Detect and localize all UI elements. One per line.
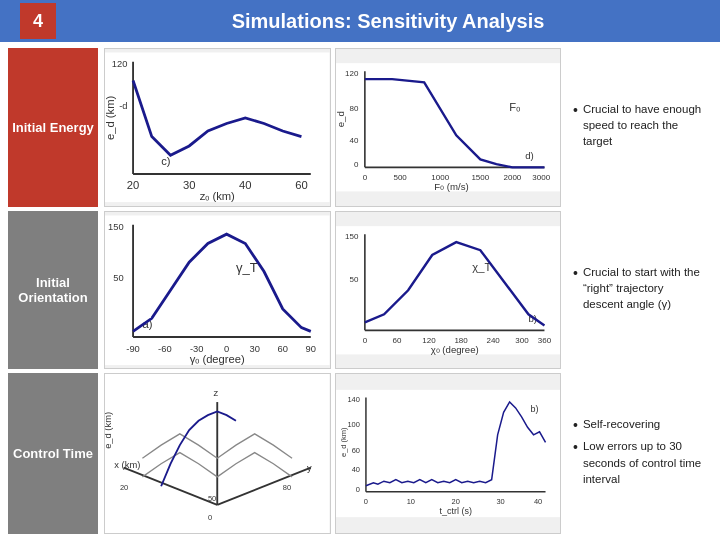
svg-text:150: 150 bbox=[345, 231, 359, 240]
chart-control-1: x (km) y z 20 80 0 50 e_d (km) bbox=[104, 373, 331, 534]
bullet-energy-1: • Crucial to have enough speed to reach … bbox=[573, 101, 706, 149]
svg-text:30: 30 bbox=[183, 179, 195, 191]
chart-orientation-2: 0 60 120 180 240 300 360 χ₀ (degree) 150… bbox=[335, 211, 562, 370]
charts-control-time: x (km) y z 20 80 0 50 e_d (km) bbox=[104, 373, 561, 534]
bullet-text-control-1: Self-recovering bbox=[583, 416, 706, 432]
svg-text:1500: 1500 bbox=[471, 173, 489, 182]
svg-text:60: 60 bbox=[295, 179, 307, 191]
svg-text:z: z bbox=[214, 388, 219, 398]
svg-text:d): d) bbox=[525, 150, 534, 161]
svg-text:80: 80 bbox=[283, 483, 291, 492]
slide-wrapper: 4 Simulations: Sensitivity Analysis Init… bbox=[0, 0, 720, 540]
svg-text:2000: 2000 bbox=[503, 173, 521, 182]
svg-text:30: 30 bbox=[249, 343, 259, 353]
svg-text:e_d (km): e_d (km) bbox=[105, 412, 113, 449]
charts-initial-orientation: -90 -60 -30 0 30 60 90 γ₀ (degree) 150 5… bbox=[104, 211, 561, 370]
bullet-dot-3: • bbox=[573, 416, 578, 434]
svg-text:χ₀ (degree): χ₀ (degree) bbox=[430, 343, 478, 354]
svg-text:0: 0 bbox=[362, 173, 367, 182]
svg-text:80: 80 bbox=[349, 104, 358, 113]
chart-orientation-1: -90 -60 -30 0 30 60 90 γ₀ (degree) 150 5… bbox=[104, 211, 331, 370]
label-initial-energy: Initial Energy bbox=[8, 48, 98, 207]
svg-text:10: 10 bbox=[406, 497, 414, 506]
svg-text:3000: 3000 bbox=[532, 173, 550, 182]
svg-text:50: 50 bbox=[113, 272, 123, 282]
svg-text:0: 0 bbox=[353, 160, 358, 169]
svg-text:t_ctrl (s): t_ctrl (s) bbox=[439, 506, 471, 516]
svg-text:0: 0 bbox=[208, 513, 212, 522]
svg-text:γ₀ (degree): γ₀ (degree) bbox=[190, 353, 245, 365]
row-control-time: Control Time x (km) y z bbox=[8, 373, 712, 534]
row-initial-energy: Initial Energy 20 30 40 60 z₀ (km) bbox=[8, 48, 712, 207]
svg-text:500: 500 bbox=[393, 173, 407, 182]
svg-text:b): b) bbox=[530, 404, 538, 414]
svg-text:150: 150 bbox=[108, 222, 124, 232]
svg-rect-71 bbox=[336, 390, 561, 517]
svg-text:140: 140 bbox=[347, 395, 359, 404]
bullet-orientation-1: • Crucial to start with the “right” traj… bbox=[573, 264, 706, 312]
svg-text:20: 20 bbox=[127, 179, 139, 191]
svg-text:30: 30 bbox=[496, 497, 504, 506]
svg-text:F₀ (m/s): F₀ (m/s) bbox=[434, 181, 468, 192]
svg-text:z₀ (km): z₀ (km) bbox=[200, 190, 235, 202]
svg-text:c): c) bbox=[161, 155, 171, 167]
bullet-dot: • bbox=[573, 101, 578, 119]
svg-text:60: 60 bbox=[351, 446, 359, 455]
svg-text:240: 240 bbox=[486, 336, 500, 345]
svg-text:40: 40 bbox=[533, 497, 541, 506]
slide-number: 4 bbox=[20, 3, 56, 39]
text-control-time: • Self-recovering • Low errors up to 30 … bbox=[567, 373, 712, 534]
svg-text:40: 40 bbox=[351, 465, 359, 474]
svg-text:360: 360 bbox=[537, 336, 551, 345]
svg-text:40: 40 bbox=[349, 136, 358, 145]
label-initial-orientation: Initial Orientation bbox=[8, 211, 98, 370]
svg-text:100: 100 bbox=[347, 420, 359, 429]
svg-text:0: 0 bbox=[355, 485, 359, 494]
svg-text:120: 120 bbox=[345, 69, 359, 78]
bullet-dot-2: • bbox=[573, 264, 578, 282]
svg-text:F₀: F₀ bbox=[509, 101, 521, 113]
bullet-dot-4: • bbox=[573, 438, 578, 456]
svg-text:20: 20 bbox=[120, 483, 128, 492]
svg-text:120: 120 bbox=[112, 59, 128, 69]
svg-rect-12 bbox=[336, 63, 561, 191]
svg-text:40: 40 bbox=[239, 179, 251, 191]
svg-text:e_d (km): e_d (km) bbox=[339, 427, 348, 457]
svg-text:50: 50 bbox=[349, 275, 358, 284]
svg-text:-d: -d bbox=[119, 101, 127, 111]
svg-text:-90: -90 bbox=[126, 343, 140, 353]
svg-text:x (km): x (km) bbox=[114, 460, 140, 470]
svg-text:e_d: e_d bbox=[336, 111, 346, 127]
bullet-text-control-2: Low errors up to 30 seconds of control t… bbox=[583, 438, 706, 486]
bullet-text-orientation-1: Crucial to start with the “right” trajec… bbox=[583, 264, 706, 312]
text-initial-orientation: • Crucial to start with the “right” traj… bbox=[567, 211, 712, 370]
bullet-control-1: • Self-recovering bbox=[573, 416, 706, 434]
chart-energy-1: 20 30 40 60 z₀ (km) e_d (km) c) 120 bbox=[104, 48, 331, 207]
bullet-text-energy-1: Crucial to have enough speed to reach th… bbox=[583, 101, 706, 149]
svg-text:300: 300 bbox=[515, 336, 529, 345]
text-initial-energy: • Crucial to have enough speed to reach … bbox=[567, 48, 712, 207]
svg-text:60: 60 bbox=[278, 343, 288, 353]
header: 4 Simulations: Sensitivity Analysis bbox=[0, 0, 720, 42]
svg-text:60: 60 bbox=[392, 336, 401, 345]
slide-title: Simulations: Sensitivity Analysis bbox=[76, 10, 700, 33]
row-initial-orientation: Initial Orientation -90 -60 -30 0 30 60 bbox=[8, 211, 712, 370]
svg-text:0: 0 bbox=[363, 497, 367, 506]
label-control-time: Control Time bbox=[8, 373, 98, 534]
content-area: Initial Energy 20 30 40 60 z₀ (km) bbox=[0, 42, 720, 540]
svg-text:90: 90 bbox=[306, 343, 316, 353]
bullet-control-2: • Low errors up to 30 seconds of control… bbox=[573, 438, 706, 486]
svg-text:γ_T: γ_T bbox=[236, 259, 258, 274]
charts-initial-energy: 20 30 40 60 z₀ (km) e_d (km) c) 120 bbox=[104, 48, 561, 207]
svg-text:0: 0 bbox=[362, 336, 367, 345]
svg-text:50: 50 bbox=[208, 494, 216, 503]
svg-text:y: y bbox=[307, 463, 312, 473]
svg-text:e_d (km): e_d (km) bbox=[105, 96, 116, 141]
svg-text:-60: -60 bbox=[158, 343, 172, 353]
chart-control-2: 0 10 20 30 40 t_ctrl (s) 140 100 60 40 0… bbox=[335, 373, 562, 534]
chart-energy-2: 0 500 1000 1500 2000 3000 F₀ (m/s) 120 8… bbox=[335, 48, 562, 207]
svg-text:20: 20 bbox=[451, 497, 459, 506]
